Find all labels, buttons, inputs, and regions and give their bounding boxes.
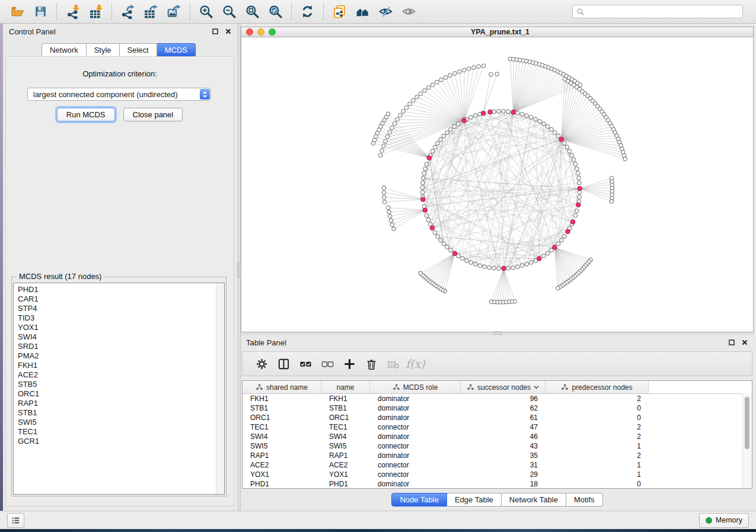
window-maximize-button[interactable] [269, 28, 276, 36]
mcds-result-item[interactable]: STB1 [18, 408, 224, 418]
cell-name[interactable]: SWI4 [321, 432, 370, 441]
graph-node[interactable] [421, 176, 425, 180]
mcds-result-item[interactable]: SWI4 [18, 332, 224, 342]
mcds-result-item[interactable]: SRD1 [18, 342, 224, 351]
export-network-button[interactable] [116, 2, 139, 21]
mcds-result-item[interactable]: YOX1 [18, 323, 224, 332]
cell-shared-name[interactable]: YOX1 [243, 470, 321, 479]
graph-node[interactable] [511, 265, 515, 270]
import-network-button[interactable] [61, 2, 84, 21]
graph-satellite-node[interactable] [382, 191, 386, 195]
column-header-successor-nodes[interactable]: successor nodes [461, 381, 546, 393]
graph-satellite-node[interactable] [390, 126, 394, 130]
window-minimize-button[interactable] [257, 28, 264, 36]
graph-hub-node[interactable] [559, 137, 564, 142]
graph-satellite-node[interactable] [623, 157, 627, 161]
table-row[interactable]: YOX1YOX1connector291 [243, 470, 752, 479]
graph-satellite-node[interactable] [390, 223, 394, 227]
graph-satellite-node[interactable] [401, 110, 406, 114]
table-row[interactable]: RAP1RAP1dominator352 [243, 451, 752, 460]
graph-satellite-node[interactable] [393, 121, 397, 126]
graph-node[interactable] [497, 110, 501, 114]
graph-satellite-node[interactable] [489, 300, 493, 304]
graph-satellite-node[interactable] [444, 75, 448, 79]
graph-satellite-node[interactable] [489, 72, 493, 76]
graph-node[interactable] [515, 111, 519, 115]
tab-network-table[interactable]: Network Table [502, 493, 566, 507]
memory-button[interactable]: Memory [699, 513, 749, 528]
graph-satellite-node[interactable] [477, 65, 481, 69]
graph-node[interactable] [425, 214, 429, 218]
close-panel-button[interactable]: Close panel [123, 108, 183, 121]
graph-node[interactable] [556, 134, 560, 138]
show-all-button[interactable] [397, 2, 420, 21]
graph-satellite-node[interactable] [412, 98, 416, 102]
cell-predecessor-nodes[interactable]: 0 [546, 403, 649, 413]
graph-node[interactable] [433, 230, 437, 235]
graph-node[interactable] [461, 257, 465, 261]
graph-node[interactable] [538, 120, 542, 124]
graph-node[interactable] [433, 145, 437, 149]
mcds-result-item[interactable]: PHD1 [18, 285, 224, 294]
graph-satellite-node[interactable] [382, 196, 387, 200]
graph-satellite-node[interactable] [382, 144, 386, 148]
mcds-result-item[interactable]: RAP1 [18, 399, 224, 408]
network-canvas[interactable] [241, 37, 754, 332]
cell-successor-nodes[interactable]: 31 [461, 460, 546, 470]
graph-node[interactable] [473, 114, 477, 118]
graph-satellite-node[interactable] [435, 80, 439, 84]
tab-mcds[interactable]: MCDS [157, 43, 196, 57]
graph-node[interactable] [570, 153, 574, 158]
search-input[interactable] [588, 6, 739, 18]
cell-mcds-role[interactable]: dominator [370, 413, 461, 422]
clone-network-button[interactable] [328, 2, 351, 21]
cell-mcds-role[interactable]: connector [370, 441, 461, 451]
mcds-result-item[interactable]: ACE2 [18, 370, 224, 380]
cell-mcds-role[interactable]: connector [370, 470, 461, 479]
run-mcds-button[interactable]: Run MCDS [57, 108, 115, 121]
select-all-button[interactable] [295, 354, 317, 373]
graph-satellite-node[interactable] [382, 200, 387, 204]
graph-hub-node[interactable] [430, 226, 435, 230]
mcds-result-item[interactable]: GCR1 [18, 437, 224, 446]
tab-node-table[interactable]: Node Table [391, 493, 447, 507]
graph-node[interactable] [452, 124, 457, 129]
graph-hub-node[interactable] [578, 186, 582, 191]
table-row[interactable]: ACE2ACE2connector311 [243, 460, 752, 470]
cell-successor-nodes[interactable]: 29 [461, 470, 546, 479]
graph-satellite-node[interactable] [398, 113, 403, 117]
cell-name[interactable]: ACE2 [321, 460, 370, 470]
hide-selected-button[interactable] [374, 2, 397, 21]
cell-successor-nodes[interactable]: 43 [461, 441, 546, 451]
graph-node[interactable] [487, 265, 492, 270]
export-image-button[interactable] [162, 2, 186, 21]
graph-node[interactable] [478, 264, 482, 268]
cell-shared-name[interactable]: TEC1 [243, 422, 321, 432]
cell-name[interactable]: RAP1 [321, 451, 370, 460]
graph-node[interactable] [525, 114, 529, 118]
graph-satellite-node[interactable] [610, 200, 614, 204]
mcds-result-item[interactable]: SWI5 [18, 418, 224, 427]
graph-satellite-node[interactable] [380, 149, 384, 153]
cell-successor-nodes[interactable]: 35 [461, 451, 546, 460]
cell-mcds-role[interactable]: dominator [370, 451, 461, 460]
cell-predecessor-nodes[interactable]: 0 [546, 479, 649, 489]
cell-successor-nodes[interactable]: 47 [461, 422, 546, 432]
graph-node[interactable] [439, 238, 443, 242]
columns-button[interactable] [273, 354, 295, 373]
cell-shared-name[interactable]: ORC1 [243, 413, 321, 422]
graph-node[interactable] [423, 167, 428, 171]
cell-name[interactable]: PHD1 [321, 479, 370, 489]
network-graph[interactable] [241, 37, 753, 332]
deselect-all-button[interactable] [317, 354, 339, 373]
window-close-button[interactable] [246, 28, 253, 36]
mcds-result-item[interactable]: TID3 [18, 313, 224, 323]
mcds-result-item[interactable]: CAR1 [18, 294, 224, 304]
graph-satellite-node[interactable] [426, 86, 430, 90]
graph-satellite-node[interactable] [458, 70, 462, 74]
graph-node[interactable] [553, 131, 557, 135]
graph-satellite-node[interactable] [385, 134, 390, 139]
cell-successor-nodes[interactable]: 61 [461, 413, 546, 422]
export-table-button[interactable] [139, 2, 162, 21]
graph-satellite-node[interactable] [382, 186, 386, 190]
